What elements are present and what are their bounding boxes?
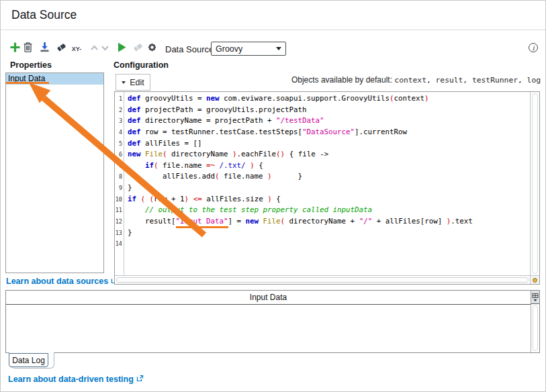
move-property-down-button[interactable] bbox=[99, 42, 111, 55]
data-source-selected-value: Groovy bbox=[216, 44, 276, 54]
clear-properties-button[interactable] bbox=[55, 42, 68, 55]
configuration-panel-title: Configuration bbox=[113, 60, 169, 70]
page-title: Data Source bbox=[11, 8, 77, 22]
plus-icon bbox=[9, 42, 21, 56]
code-line: 5def allFiles = [] bbox=[115, 138, 529, 150]
sort-properties-button[interactable]: XY- bbox=[69, 42, 85, 55]
chevron-down-icon bbox=[100, 43, 110, 55]
objects-note-prefix: Objects available by default: bbox=[291, 75, 392, 85]
editor-vertical-scrollbar[interactable] bbox=[530, 92, 539, 275]
code-lines: 1def groovyUtils = new com.eviware.soapu… bbox=[115, 93, 529, 275]
options-button[interactable] bbox=[146, 42, 158, 55]
code-line: 11 // output to the test step property c… bbox=[115, 205, 529, 216]
code-line: 4def row = testRunner.testCase.testSteps… bbox=[115, 127, 529, 138]
annotation-underline-property bbox=[6, 82, 49, 84]
code-line: 10if ( (row + 1) <= allFiles.size ) { bbox=[115, 194, 529, 205]
groovy-code-editor[interactable]: 1def groovyUtils = new com.eviware.soapu… bbox=[114, 91, 540, 285]
learn-data-driven-link[interactable]: Learn about data-driven testing bbox=[8, 375, 144, 384]
code-line: 13} bbox=[115, 228, 529, 239]
properties-panel-title: Properties bbox=[10, 60, 52, 70]
gutter-divider bbox=[124, 92, 124, 275]
properties-list[interactable]: Input Data bbox=[5, 72, 104, 273]
learn-data-sources-label: Learn about data sources bbox=[6, 277, 108, 286]
delete-property-button[interactable] bbox=[21, 42, 34, 55]
import-properties-button[interactable] bbox=[38, 42, 51, 55]
download-icon bbox=[39, 42, 50, 56]
code-line: 6new File( directoryName ).eachFile() { … bbox=[115, 149, 529, 160]
header-divider bbox=[1, 30, 545, 30]
data-log-table: Input Data bbox=[5, 290, 540, 353]
code-line: 8 allFiles.add( file.name ) } bbox=[115, 171, 529, 183]
clear-log-button[interactable] bbox=[132, 42, 144, 55]
learn-data-driven-label: Learn about data-driven testing bbox=[8, 375, 134, 384]
tab-data-log[interactable]: Data Log bbox=[9, 353, 48, 367]
trash-icon bbox=[22, 42, 34, 56]
gear-icon bbox=[146, 42, 158, 56]
run-button[interactable] bbox=[116, 42, 128, 55]
info-icon[interactable]: i bbox=[529, 43, 538, 52]
objects-available-note: Objects available by default: context, r… bbox=[291, 75, 541, 85]
data-source-window: Data Source XY- bbox=[0, 0, 546, 392]
code-line: 7 if( file.name =~ /.txt/ ) { bbox=[115, 160, 529, 172]
data-source-select[interactable]: Groovy bbox=[211, 42, 286, 56]
code-line: 14 bbox=[115, 238, 529, 250]
code-line: 12 result["Input Data"] = new File( dire… bbox=[115, 216, 529, 228]
code-line: 2def projectPath = groovyUtils.projectPa… bbox=[115, 105, 529, 116]
objects-note-list: context, result, testRunner, log bbox=[394, 76, 541, 85]
table-column-options-button[interactable] bbox=[531, 291, 539, 304]
menu-caret-icon bbox=[122, 81, 126, 84]
table-column-header: Input Data bbox=[6, 291, 531, 305]
edit-menu-label: Edit bbox=[130, 78, 144, 87]
editor-resize-grip[interactable] bbox=[530, 275, 539, 284]
code-line: 3def directoryName = projectPath + "/tes… bbox=[115, 115, 529, 127]
grip-icon bbox=[532, 277, 538, 283]
eraser-icon bbox=[56, 42, 67, 56]
code-line: 9} bbox=[115, 183, 529, 194]
learn-data-sources-link[interactable]: Learn about data sources bbox=[6, 277, 118, 286]
code-line: 1def groovyUtils = new com.eviware.soapu… bbox=[115, 93, 529, 105]
table-options-icon bbox=[532, 293, 539, 302]
dropdown-caret-icon bbox=[276, 47, 281, 50]
chevron-up-icon bbox=[89, 43, 99, 55]
xy-sort-icon: XY- bbox=[72, 46, 82, 52]
external-link-icon bbox=[136, 375, 144, 384]
play-icon bbox=[116, 42, 128, 56]
add-property-button[interactable] bbox=[9, 42, 21, 55]
editor-horizontal-scrollbar[interactable] bbox=[115, 275, 530, 284]
data-source-label: Data Source: bbox=[165, 44, 216, 54]
edit-menu-button[interactable]: Edit bbox=[116, 74, 150, 91]
table-vertical-scrollbar[interactable] bbox=[531, 304, 539, 352]
eraser-disabled-icon bbox=[132, 42, 144, 56]
